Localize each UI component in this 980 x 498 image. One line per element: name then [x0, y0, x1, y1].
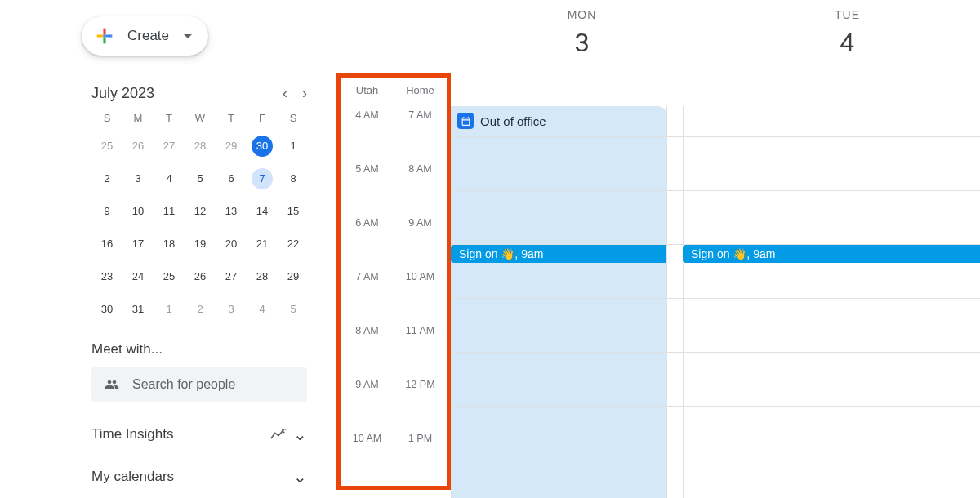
mini-cal-day[interactable]: 8 — [283, 168, 304, 189]
mini-cal-day[interactable]: 21 — [252, 233, 273, 255]
timezone-row: 5 AM8 AM — [341, 162, 447, 216]
mini-cal-day[interactable]: 15 — [283, 201, 304, 222]
svg-point-6 — [284, 429, 286, 430]
svg-point-7 — [283, 432, 285, 434]
calendar-grid[interactable]: Out of office Sign on 👋, 9am Sign on 👋, … — [451, 106, 980, 498]
tz-time-left: 10 AM — [341, 433, 394, 444]
svg-rect-4 — [103, 34, 105, 37]
timezone-row: 4 AM7 AM — [341, 108, 447, 162]
mini-cal-day[interactable]: 28 — [252, 266, 273, 287]
mini-cal-day[interactable]: 26 — [127, 136, 149, 157]
event-sign-on-tue[interactable]: Sign on 👋, 9am — [683, 245, 980, 263]
tz-time-left: 7 AM — [341, 271, 394, 282]
chevron-down-icon — [184, 34, 192, 38]
tz-label-2: Home — [394, 84, 447, 96]
tz-time-left: 8 AM — [341, 325, 394, 336]
mini-cal-day[interactable]: 14 — [252, 201, 273, 222]
mini-cal-day[interactable]: 30 — [252, 136, 273, 157]
meet-with-title: Meet with... — [91, 341, 327, 358]
mini-cal-day[interactable]: 19 — [189, 233, 211, 255]
mini-cal-day[interactable]: 1 — [283, 136, 304, 157]
timezone-row: 7 AM10 AM — [341, 269, 447, 323]
tz-time-left: 9 AM — [341, 379, 394, 390]
calendar-main: MON 3 TUE 4 Utah Home 4 AM7 AM5 AM8 AM6 … — [327, 0, 980, 498]
mini-cal-day[interactable]: 29 — [283, 266, 304, 287]
mini-cal-dow: M — [122, 112, 154, 124]
mini-cal-dow: T — [154, 112, 185, 124]
mini-cal-day[interactable]: 4 — [158, 168, 180, 189]
time-insights-toggle[interactable]: Time Insights ⌄ — [91, 425, 307, 444]
timezone-columns-highlight: Utah Home 4 AM7 AM5 AM8 AM6 AM9 AM7 AM10… — [336, 73, 451, 490]
svg-rect-1 — [106, 34, 113, 37]
mini-cal-day[interactable]: 12 — [189, 201, 211, 222]
mini-cal-day[interactable]: 2 — [189, 299, 211, 320]
hour-gridline — [451, 136, 980, 137]
mini-cal-day[interactable]: 5 — [189, 168, 211, 189]
mini-cal-day[interactable]: 22 — [283, 233, 304, 255]
time-insights-label: Time Insights — [91, 426, 173, 442]
mini-cal-day[interactable]: 10 — [127, 201, 149, 222]
mini-cal-dow: F — [247, 112, 278, 124]
hour-gridline — [451, 190, 980, 191]
search-placeholder: Search for people — [132, 377, 235, 392]
mini-cal-day[interactable]: 1 — [158, 299, 180, 320]
mini-cal-day[interactable]: 6 — [220, 168, 242, 189]
timezone-row: 8 AM11 AM — [341, 323, 447, 377]
tz-time-right: 9 AM — [394, 217, 447, 229]
event-out-of-office[interactable]: Out of office — [451, 106, 666, 498]
mini-cal-day[interactable]: 25 — [96, 136, 118, 157]
mini-cal-day[interactable]: 29 — [220, 136, 242, 157]
insights-icon — [270, 429, 287, 440]
tz-time-left: 4 AM — [341, 109, 394, 121]
my-calendars-label: My calendars — [91, 469, 174, 485]
mini-cal-day[interactable]: 27 — [158, 136, 180, 157]
mini-cal-day[interactable]: 25 — [158, 266, 180, 287]
mini-cal-day[interactable]: 27 — [220, 266, 242, 287]
mini-cal-day[interactable]: 26 — [189, 266, 211, 287]
calendar-icon — [457, 113, 474, 129]
prev-month-button[interactable]: ‹ — [283, 85, 287, 102]
mini-cal-day[interactable]: 28 — [189, 136, 211, 157]
tz-time-right: 8 AM — [394, 163, 447, 175]
mini-cal-day[interactable]: 24 — [127, 266, 149, 287]
mini-cal-day[interactable]: 23 — [96, 266, 118, 287]
mini-cal-day[interactable]: 17 — [127, 233, 149, 255]
hour-gridline — [451, 460, 980, 460]
event-sign-on-mon[interactable]: Sign on 👋, 9am — [451, 245, 666, 263]
tz-label-1: Utah — [341, 84, 394, 96]
search-people-input[interactable]: Search for people — [91, 367, 307, 402]
mini-cal-day[interactable]: 16 — [96, 233, 118, 255]
mini-cal-day[interactable]: 13 — [220, 201, 242, 222]
ooo-label: Out of office — [480, 114, 546, 128]
mini-cal-day[interactable]: 30 — [96, 299, 118, 320]
mini-cal-day[interactable]: 7 — [252, 168, 273, 189]
day-header-tue[interactable]: TUE 4 — [715, 8, 980, 58]
svg-rect-2 — [103, 38, 105, 44]
mini-cal-day[interactable]: 5 — [283, 299, 304, 320]
mini-cal-day[interactable]: 20 — [220, 233, 242, 255]
mini-cal-day[interactable]: 31 — [127, 299, 149, 320]
mini-cal-day[interactable]: 18 — [158, 233, 180, 255]
mini-cal-day[interactable]: 3 — [220, 299, 242, 320]
mini-cal-dow: S — [91, 112, 122, 124]
svg-point-5 — [282, 429, 283, 431]
mini-cal-day[interactable]: 9 — [96, 201, 118, 222]
mini-cal-day[interactable]: 2 — [96, 168, 118, 189]
tz-time-right: 7 AM — [394, 109, 447, 121]
mini-cal-day[interactable]: 3 — [127, 168, 149, 189]
people-icon — [103, 377, 121, 392]
mini-cal-day[interactable]: 4 — [252, 299, 273, 320]
hour-gridline — [451, 406, 980, 407]
my-calendars-toggle[interactable]: My calendars ⌄ — [91, 467, 307, 487]
tz-time-right: 12 PM — [394, 379, 447, 390]
next-month-button[interactable]: › — [302, 85, 307, 102]
hour-gridline — [451, 352, 980, 353]
tz-time-left: 6 AM — [341, 217, 394, 229]
day-headers: MON 3 TUE 4 — [449, 8, 980, 58]
create-button[interactable]: Create — [82, 16, 208, 56]
mini-cal-dow: W — [185, 112, 216, 124]
mini-cal-day[interactable]: 11 — [158, 201, 180, 222]
day-header-mon[interactable]: MON 3 — [449, 8, 715, 58]
svg-rect-0 — [103, 29, 105, 35]
timezone-row: 6 AM9 AM — [341, 216, 447, 269]
